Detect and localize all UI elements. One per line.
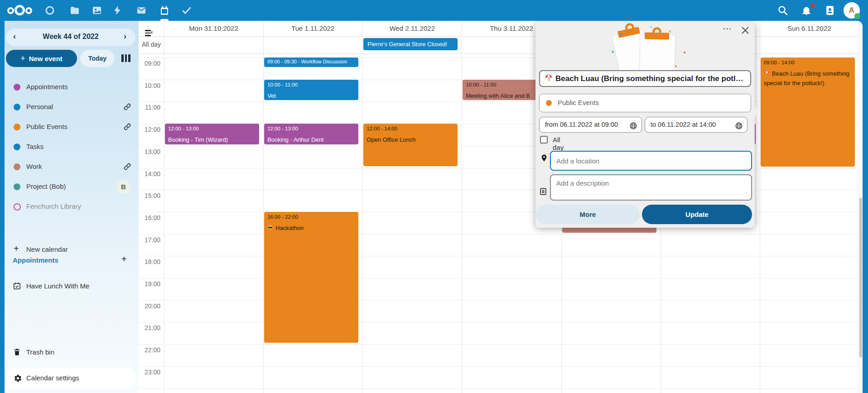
sidebar-calendar-fenchurch-library[interactable]: Fenchurch Library: [5, 199, 139, 215]
grid-line: [139, 344, 859, 345]
calendar-color-dot: [14, 84, 20, 91]
grid-line: [164, 21, 164, 393]
sidebar-calendar-project-bob-[interactable]: Project (Bob)B: [5, 179, 139, 195]
search-icon[interactable]: [777, 5, 788, 16]
calendar-event[interactable]: 12:00 - 14:00Open Office Lunch: [363, 124, 458, 166]
hour-label: 22:00: [139, 346, 160, 354]
share-link-icon[interactable]: [123, 103, 131, 111]
calendar-picker[interactable]: Public Events: [539, 94, 751, 112]
today-button[interactable]: Today: [80, 50, 115, 67]
new-calendar-button[interactable]: + New calendar: [5, 242, 139, 258]
week-label: Week 44 of 2022: [6, 33, 135, 41]
grid-line: [263, 21, 264, 393]
next-week-button[interactable]: ›: [124, 32, 126, 41]
update-button[interactable]: Update: [642, 205, 752, 224]
calendar-event[interactable]: 10:00 - 11:00Vet: [264, 80, 358, 101]
all-day-event[interactable]: Pierre's General Store Closed!: [363, 38, 458, 50]
columns-view-icon[interactable]: [121, 54, 130, 62]
trash-bin-label: Trash bin: [26, 348, 54, 356]
event-time: 12:00 - 14:00: [366, 126, 454, 131]
photos-icon[interactable]: [92, 5, 102, 16]
day-header[interactable]: Mon 31.10.2022: [164, 24, 263, 34]
calendar-color-dot: [14, 144, 20, 150]
active-app-indicator: [160, 19, 169, 21]
sidebar-calendar-appointments[interactable]: Appointments: [5, 79, 139, 96]
close-icon[interactable]: [740, 25, 750, 35]
grid-line: [139, 300, 859, 301]
all-day-checkbox[interactable]: [540, 136, 548, 144]
sidebar-calendar-work[interactable]: Work: [5, 159, 139, 175]
calendar-color-dot: [14, 203, 21, 211]
sidebar-calendar-personal[interactable]: Personal: [5, 99, 139, 115]
end-datetime-field[interactable]: to 06.11.2022 at 14:00: [645, 117, 747, 133]
dashboard-icon[interactable]: [44, 5, 55, 16]
trash-icon: [13, 348, 21, 356]
hour-label: 11:00: [139, 104, 160, 111]
calendar-event[interactable]: 12:00 - 13:00Booking - Tim (Wizard): [165, 124, 259, 144]
top-bar: A: [0, 0, 868, 21]
grid-line: [462, 21, 462, 393]
calendar-event[interactable]: 16:00 - 22:00Hackathon: [264, 212, 358, 343]
share-link-icon[interactable]: [123, 163, 131, 171]
hour-label: 16:00: [139, 214, 160, 221]
notifications-icon[interactable]: [801, 5, 812, 16]
grid-line: [362, 21, 363, 393]
calendar-settings-button[interactable]: Calendar settings: [5, 368, 136, 388]
hour-label: 10:00: [139, 82, 160, 89]
calendar-name: Project (Bob): [26, 182, 66, 190]
online-status-dot: [854, 13, 860, 19]
activity-icon[interactable]: [112, 5, 123, 16]
nextcloud-logo-icon[interactable]: [6, 4, 34, 17]
calendar-color-dot: [14, 124, 20, 130]
calendar-color-dot: [546, 100, 552, 106]
hour-label: 12:00: [139, 126, 160, 133]
calendar-name: Work: [26, 163, 42, 170]
grid-line: [139, 366, 859, 367]
description-input[interactable]: [550, 174, 752, 201]
mail-icon[interactable]: [136, 5, 147, 16]
appointments-heading: Appointments: [13, 256, 58, 264]
day-header[interactable]: Sun 6.11.2022: [760, 24, 859, 34]
hour-label: 14:00: [139, 170, 160, 177]
files-icon[interactable]: [69, 5, 80, 16]
event-label: 09:00 - 09:30 - Workflow Discussion: [267, 59, 355, 64]
calendar-color-dot: [14, 183, 20, 190]
share-link-icon[interactable]: [123, 123, 131, 131]
sidebar-calendar-tasks[interactable]: Tasks: [5, 139, 139, 155]
grid-line: [139, 322, 859, 322]
globe-icon[interactable]: [735, 120, 743, 129]
new-event-button[interactable]: +New event: [6, 50, 77, 67]
hour-label: 18:00: [139, 258, 160, 265]
collapse-sidebar-icon[interactable]: ‹: [145, 29, 156, 37]
event-title: Vet: [267, 91, 355, 101]
hour-label: 15:00: [139, 192, 160, 199]
grid-line: [139, 256, 859, 256]
more-button[interactable]: More: [536, 205, 640, 224]
notification-dot: [810, 4, 815, 8]
globe-icon[interactable]: [629, 120, 637, 129]
add-appointment-config-button[interactable]: +: [121, 254, 127, 264]
sidebar-calendar-public-events[interactable]: Public Events: [5, 119, 139, 135]
event-title: Hackathon: [267, 224, 355, 233]
popup-actions-menu-icon[interactable]: ···: [720, 24, 735, 35]
calendar-event[interactable]: 09:00 - 14:00Beach Luau (Bring something…: [761, 58, 855, 167]
calendar-check-icon: [13, 282, 21, 290]
tasks-icon[interactable]: [181, 5, 192, 16]
location-input[interactable]: [550, 151, 752, 171]
all-day-label: All day: [142, 41, 161, 48]
hour-label: 21:00: [139, 324, 160, 331]
calendar-event[interactable]: 09:00 - 09:30 - Workflow Discussion: [264, 58, 358, 67]
vertical-scrollbar[interactable]: [859, 198, 862, 358]
start-datetime-field[interactable]: from 06.11.2022 at 09:00: [539, 117, 642, 133]
event-title-input[interactable]: Beach Luau (Bring something special for …: [539, 70, 751, 87]
event-time: 16:00 - 22:00: [267, 214, 355, 220]
event-title: Booking - Tim (Wizard): [168, 135, 256, 144]
calendar-icon[interactable]: [159, 5, 170, 16]
day-header[interactable]: Wed 2.11.2022: [362, 24, 462, 34]
calendar-color-dot: [14, 163, 20, 170]
beach-umbrella-emoji: [545, 73, 554, 81]
hour-label: 17:00: [139, 236, 160, 244]
calendar-event[interactable]: 12:00 - 13:00Booking - Arthur Dent: [264, 124, 358, 144]
day-header[interactable]: Tue 1.11.2022: [263, 24, 362, 34]
contacts-icon[interactable]: [825, 5, 835, 16]
